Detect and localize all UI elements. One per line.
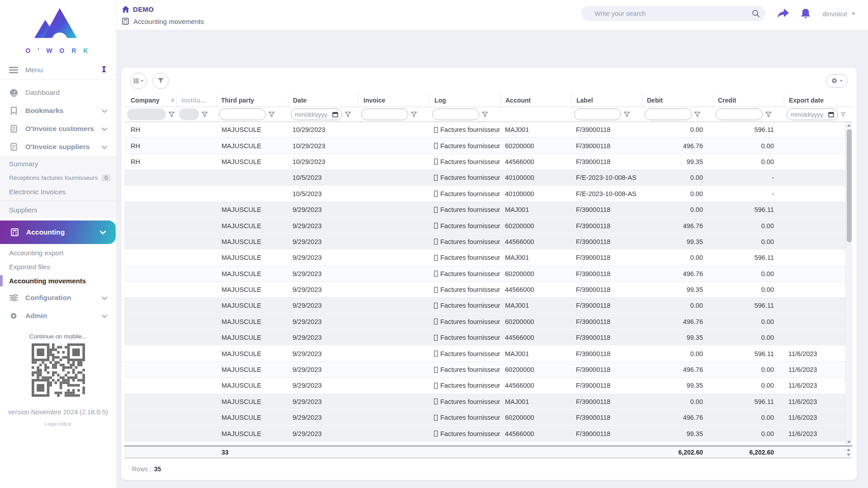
table-row[interactable]: RHMAJUSCULE10/29/2023Factures fournisseu… — [124, 154, 845, 170]
sidebar-item-suppliers[interactable]: Suppliers — [0, 203, 116, 217]
share-icon[interactable] — [777, 9, 789, 19]
table-row[interactable]: MAJUSCULE9/29/2023Factures fournisseurs6… — [124, 410, 845, 426]
search-input[interactable] — [594, 10, 752, 17]
filter-input-third-party[interactable] — [219, 108, 266, 120]
sidebar-item-summary[interactable]: Summary — [0, 157, 116, 171]
table-row[interactable]: MAJUSCULE9/29/2023Factures fournisseursM… — [124, 442, 845, 446]
table-row[interactable]: 10/5/2023Factures fournisseurs40100000F/… — [124, 186, 845, 202]
table-row[interactable]: MAJUSCULE9/29/2023Factures fournisseurs4… — [124, 378, 845, 394]
filter-input-invoice[interactable] — [361, 108, 408, 120]
table-row[interactable]: MAJUSCULE9/29/2023Factures fournisseurs6… — [124, 266, 845, 282]
cell-export_date — [784, 250, 845, 265]
search-icon[interactable] — [752, 9, 760, 18]
sidebar-item-admin[interactable]: Admin — [0, 307, 116, 325]
column-header-debit[interactable]: Debit — [642, 94, 713, 107]
table-row[interactable]: RHMAJUSCULE10/29/2023Factures fournisseu… — [124, 122, 845, 138]
column-header-institu[interactable]: Institu... — [176, 94, 216, 107]
filter-input-credit[interactable] — [716, 108, 763, 120]
table-row[interactable]: MAJUSCULE9/29/2023Factures fournisseurs6… — [124, 314, 845, 330]
table-row[interactable]: MAJUSCULE9/29/2023Factures fournisseurs4… — [124, 234, 845, 250]
sidebar-item-accounting[interactable]: Accounting — [0, 221, 116, 244]
menu-toggle[interactable]: Menu — [0, 61, 116, 80]
cell-company — [124, 218, 176, 233]
notifications-bell-icon[interactable] — [801, 8, 811, 19]
filter-funnel-icon[interactable] — [482, 112, 488, 117]
cell-credit: 0.00 — [713, 234, 784, 249]
menu-label: Menu — [25, 66, 43, 74]
user-menu[interactable]: dinvoice — [822, 10, 855, 18]
sidebar-item-oinvoice-customers[interactable]: O'Invoice customers — [0, 120, 116, 138]
cell-debit: 496.76 — [642, 314, 713, 329]
filter-button[interactable] — [152, 73, 169, 89]
filter-input-debit[interactable] — [645, 108, 692, 120]
table-row[interactable]: MAJUSCULE9/29/2023Factures fournisseurs4… — [124, 426, 845, 441]
table-row[interactable]: MAJUSCULE9/29/2023Factures fournisseurs4… — [124, 330, 845, 346]
sidebar-item-bookmarks[interactable]: Bookmarks — [0, 102, 116, 120]
table-row[interactable]: MAJUSCULE9/29/2023Factures fournisseursM… — [124, 202, 845, 218]
table-row[interactable]: MAJUSCULE9/29/2023Factures fournisseursM… — [124, 394, 845, 410]
breadcrumb-home[interactable]: DEMO — [133, 5, 154, 13]
cell-company — [124, 234, 176, 249]
filter-funnel-icon[interactable] — [345, 112, 351, 117]
table-row[interactable]: MAJUSCULE9/29/2023Factures fournisseursM… — [124, 250, 845, 266]
filter-funnel-icon[interactable] — [269, 112, 274, 117]
column-header-third-party[interactable]: Third party — [216, 94, 288, 107]
table-row[interactable]: RHMAJUSCULE10/29/2023Factures fournisseu… — [124, 138, 845, 154]
scroll-down-icon[interactable] — [847, 454, 850, 456]
filter-funnel-icon[interactable] — [411, 112, 417, 117]
scrollbar-thumb[interactable] — [847, 129, 852, 242]
pin-icon[interactable] — [101, 66, 107, 75]
scroll-up-icon[interactable] — [847, 449, 850, 451]
table-row[interactable]: MAJUSCULE9/29/2023Factures fournisseursM… — [124, 298, 845, 314]
filter-date-date[interactable]: mm/dd/yyyy — [291, 108, 342, 120]
grid-settings-button[interactable] — [826, 74, 848, 88]
accounting-submenu: Accounting export Exported files Account… — [0, 244, 116, 289]
brand-wordmark: O ' W O R K — [24, 47, 92, 54]
sidebar-item-accounting-export[interactable]: Accounting export — [0, 246, 116, 260]
calendar-icon[interactable] — [828, 112, 834, 117]
table-row[interactable]: MAJUSCULE9/29/2023Factures fournisseurs4… — [124, 282, 845, 298]
sidebar-item-oinvoice-suppliers[interactable]: O'Invoice suppliers — [0, 138, 116, 156]
filter-input-log[interactable] — [432, 108, 479, 120]
filter-date-export-date[interactable]: mm/dd/yyyy — [787, 108, 838, 120]
column-header-account[interactable]: Account — [500, 94, 571, 107]
cell-credit: 596.11 — [713, 250, 784, 265]
columns-button[interactable] — [130, 73, 146, 89]
table-row[interactable]: MAJUSCULE9/29/2023Factures fournisseurs6… — [124, 362, 845, 378]
filter-funnel-icon[interactable] — [624, 112, 630, 117]
filter-funnel-icon[interactable] — [169, 112, 175, 117]
scroll-up-icon[interactable] — [847, 124, 851, 127]
filter-funnel-icon[interactable] — [841, 112, 845, 117]
filter-input-label[interactable] — [574, 108, 621, 120]
sidebar-item-electronic-invoices[interactable]: Electronic Invoices — [0, 185, 116, 199]
sidebar-item-label: Accounting — [26, 228, 65, 236]
legal-notice-link[interactable]: Legal notice — [0, 421, 116, 427]
column-header-credit[interactable]: Credit — [713, 94, 784, 107]
column-header-invoice[interactable]: Invoice — [359, 94, 429, 107]
vertical-scrollbar[interactable] — [845, 122, 852, 446]
missing-glyph-icon — [434, 415, 438, 421]
filter-funnel-icon[interactable] — [765, 112, 771, 117]
scroll-down-icon[interactable] — [847, 441, 851, 443]
calendar-icon[interactable] — [332, 112, 338, 117]
sidebar-item-dashboard[interactable]: Dashboard — [0, 84, 116, 102]
filter-funnel-icon[interactable] — [694, 112, 700, 117]
sidebar-item-receptions-factures[interactable]: Réceptions factures fournisseurs 0 — [0, 171, 116, 185]
cell-third_party: MAJUSCULE — [216, 442, 288, 446]
column-header-date[interactable]: Date — [288, 94, 359, 107]
filter-disabled-company — [127, 108, 166, 120]
column-header-export-date[interactable]: Export date — [784, 94, 845, 107]
cell-account: 44566000 — [500, 282, 571, 297]
column-header-company[interactable]: Company — [124, 94, 176, 107]
sidebar-item-configuration[interactable]: Configuration — [0, 289, 116, 307]
sidebar-item-exported-files[interactable]: Exported files — [0, 260, 116, 274]
sidebar-item-accounting-movements[interactable]: Accounting movements — [0, 274, 116, 288]
column-header-log[interactable]: Log — [429, 94, 500, 107]
column-header-label[interactable]: Label — [571, 94, 642, 107]
table-row[interactable]: MAJUSCULE9/29/2023Factures fournisseursM… — [124, 346, 845, 361]
filter-funnel-icon[interactable] — [202, 112, 208, 117]
table-row[interactable]: MAJUSCULE9/29/2023Factures fournisseurs6… — [124, 218, 845, 234]
table-row[interactable]: 10/5/2023Factures fournisseurs40100000F/… — [124, 170, 845, 186]
search-bar[interactable] — [581, 6, 765, 21]
totals-scroll-arrows[interactable] — [845, 446, 852, 458]
